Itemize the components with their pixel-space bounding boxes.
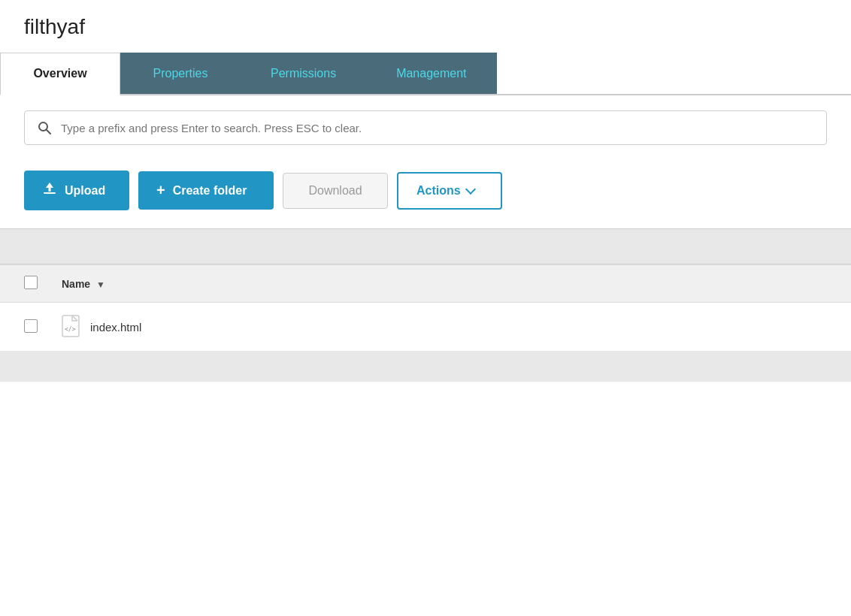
table-subheader bbox=[0, 228, 851, 264]
search-bar-section bbox=[0, 95, 851, 152]
tabs-container: Overview Properties Permissions Manageme… bbox=[0, 53, 851, 95]
file-row-name: </> index.html bbox=[62, 315, 839, 339]
file-name[interactable]: index.html bbox=[90, 321, 141, 334]
search-icon bbox=[37, 120, 52, 135]
svg-line-1 bbox=[47, 130, 50, 134]
plus-icon: + bbox=[156, 182, 165, 199]
checkbox-header-cell bbox=[0, 265, 50, 303]
name-column-label: Name bbox=[62, 278, 90, 290]
svg-rect-2 bbox=[44, 192, 56, 194]
row-name-cell: </> index.html bbox=[50, 303, 851, 352]
name-header-cell[interactable]: Name ▼ bbox=[50, 265, 851, 303]
create-folder-button[interactable]: + Create folder bbox=[138, 171, 274, 210]
upload-icon bbox=[42, 181, 57, 200]
actions-bar: Upload + Create folder Download Actions bbox=[0, 152, 851, 228]
svg-text:</>: </> bbox=[65, 326, 76, 333]
table-footer-row bbox=[0, 352, 851, 382]
upload-button[interactable]: Upload bbox=[24, 171, 129, 210]
upload-label: Upload bbox=[65, 184, 105, 198]
html-file-icon: </> bbox=[62, 315, 83, 339]
table-header-row: Name ▼ bbox=[0, 265, 851, 303]
sort-arrow-icon: ▼ bbox=[96, 279, 105, 290]
tab-management[interactable]: Management bbox=[366, 53, 496, 94]
page-title: filthyaf bbox=[24, 15, 827, 39]
download-label: Download bbox=[308, 184, 362, 198]
tab-overview[interactable]: Overview bbox=[0, 53, 120, 95]
page-header: filthyaf bbox=[0, 0, 851, 47]
search-input[interactable] bbox=[61, 122, 814, 134]
tab-properties[interactable]: Properties bbox=[120, 53, 241, 94]
row-checkbox-cell bbox=[0, 303, 50, 352]
actions-button[interactable]: Actions bbox=[397, 172, 502, 210]
svg-marker-3 bbox=[46, 183, 53, 192]
page-wrapper: filthyaf Overview Properties Permissions… bbox=[0, 0, 851, 616]
table-row: </> index.html bbox=[0, 303, 851, 352]
create-folder-label: Create folder bbox=[173, 184, 247, 198]
actions-label: Actions bbox=[416, 184, 461, 198]
file-table: Name ▼ bbox=[0, 264, 851, 352]
download-button[interactable]: Download bbox=[283, 173, 388, 209]
select-all-checkbox[interactable] bbox=[24, 276, 38, 289]
row-checkbox[interactable] bbox=[24, 319, 38, 333]
search-bar bbox=[24, 110, 827, 145]
tab-permissions[interactable]: Permissions bbox=[241, 53, 366, 94]
chevron-down-icon bbox=[465, 184, 476, 195]
